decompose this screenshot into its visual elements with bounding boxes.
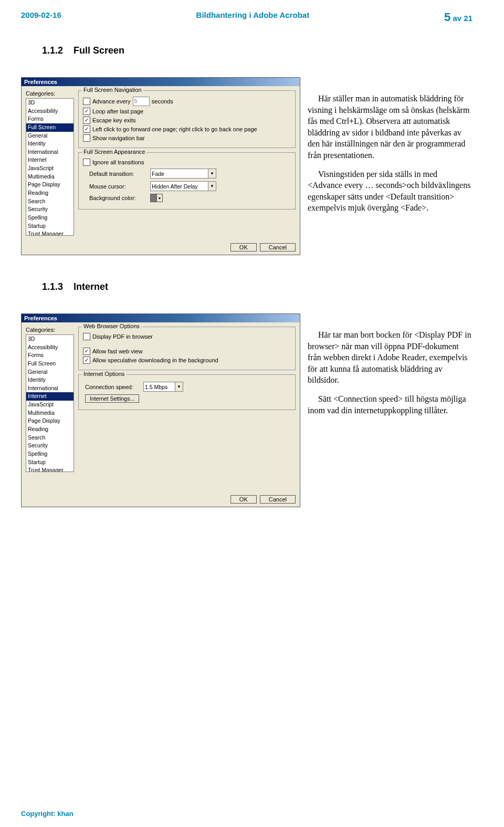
- category-item[interactable]: Trust Manager: [26, 230, 74, 236]
- cancel-button[interactable]: Cancel: [260, 243, 296, 252]
- category-item[interactable]: General: [26, 368, 74, 376]
- advance-seconds-input[interactable]: 5: [133, 97, 150, 106]
- fast-web-checkbox[interactable]: ✓: [83, 348, 90, 355]
- category-item[interactable]: Startup: [26, 458, 74, 467]
- category-item[interactable]: Spelling: [26, 214, 74, 222]
- category-item[interactable]: Spelling: [26, 450, 74, 458]
- preferences-dialog-internet: Preferences Categories: 3DAccessibilityF…: [21, 313, 300, 507]
- preferences-dialog-fullscreen: Preferences Categories: 3DAccessibilityF…: [21, 77, 300, 255]
- category-item[interactable]: Internet: [26, 156, 74, 164]
- categories-list[interactable]: 3DAccessibilityFormsFull ScreenGeneralId…: [26, 98, 74, 236]
- advance-every-checkbox[interactable]: [83, 98, 90, 105]
- leftclick-checkbox[interactable]: ✓: [83, 125, 90, 133]
- category-item[interactable]: Multimedia: [26, 409, 74, 417]
- ok-button[interactable]: OK: [230, 495, 257, 504]
- fullscreen-appearance-group: Full Screen Appearance Ignore all transi…: [78, 152, 296, 210]
- section-2-title: 1.1.3 Internet: [42, 281, 472, 292]
- escape-checkbox[interactable]: ✓: [83, 117, 90, 124]
- category-item[interactable]: International: [26, 148, 74, 156]
- internet-settings-button[interactable]: Internet Settings...: [85, 394, 139, 403]
- side-text-2: Här tar man bort bocken för <Display PDF…: [308, 313, 472, 423]
- chevron-down-icon: ▼: [175, 382, 183, 391]
- loop-checkbox[interactable]: ✓: [83, 108, 90, 115]
- header-date: 2009-02-16: [21, 11, 61, 24]
- category-item[interactable]: JavaScript: [26, 164, 74, 173]
- category-item[interactable]: Trust Manager: [26, 466, 74, 472]
- page-header: 2009-02-16 Bildhantering i Adobe Acrobat…: [21, 11, 472, 24]
- category-item[interactable]: Security: [26, 442, 74, 450]
- chevron-down-icon: ▼: [208, 169, 216, 178]
- category-item[interactable]: Identity: [26, 376, 74, 384]
- dialog-titlebar[interactable]: Preferences: [22, 78, 300, 86]
- category-item[interactable]: Search: [26, 197, 74, 206]
- category-item[interactable]: Page Display: [26, 181, 74, 189]
- category-item[interactable]: Startup: [26, 222, 74, 231]
- header-page: 5 av 21: [444, 11, 472, 24]
- category-item[interactable]: Full Screen: [26, 360, 74, 368]
- categories-label: Categories:: [26, 327, 74, 333]
- footer-copyright: Copyright: khan: [21, 810, 74, 818]
- category-item[interactable]: Forms: [26, 115, 74, 123]
- ignore-transitions-checkbox[interactable]: [83, 159, 90, 166]
- background-color-picker[interactable]: ▼: [150, 194, 163, 202]
- side-text-1: Här ställer man in automatisk bläddring …: [308, 77, 472, 221]
- display-pdf-checkbox[interactable]: [83, 333, 90, 340]
- chevron-down-icon: ▼: [208, 182, 216, 191]
- fullscreen-navigation-group: Full Screen Navigation Advance every 5 s…: [78, 90, 296, 148]
- category-item[interactable]: Full Screen: [26, 123, 74, 132]
- mouse-cursor-combo[interactable]: Hidden After Delay ▼: [150, 181, 216, 191]
- default-transition-combo[interactable]: Fade ▼: [150, 169, 216, 179]
- categories-list[interactable]: 3DAccessibilityFormsFull ScreenGeneralId…: [26, 334, 74, 472]
- web-browser-options-group: Web Browser Options Display PDF in brows…: [78, 327, 296, 370]
- category-item[interactable]: Identity: [26, 140, 74, 148]
- header-title: Bildhantering i Adobe Acrobat: [196, 11, 310, 24]
- dialog-titlebar[interactable]: Preferences: [22, 314, 300, 322]
- category-item[interactable]: Page Display: [26, 417, 74, 425]
- category-item[interactable]: Search: [26, 434, 74, 442]
- category-item[interactable]: Reading: [26, 425, 74, 434]
- section-1-title: 1.1.2 Full Screen: [42, 45, 472, 56]
- category-item[interactable]: Accessibility: [26, 343, 74, 352]
- category-item[interactable]: 3D: [26, 335, 74, 343]
- cancel-button[interactable]: Cancel: [260, 495, 296, 504]
- speculative-dl-checkbox[interactable]: ✓: [83, 357, 90, 364]
- connection-speed-combo[interactable]: 1.5 Mbps ▼: [143, 382, 183, 392]
- categories-label: Categories:: [26, 90, 74, 97]
- category-item[interactable]: Multimedia: [26, 173, 74, 181]
- shownav-checkbox[interactable]: [83, 134, 90, 142]
- category-item[interactable]: General: [26, 132, 74, 140]
- category-item[interactable]: Accessibility: [26, 107, 74, 116]
- category-item[interactable]: Security: [26, 205, 74, 214]
- category-item[interactable]: Reading: [26, 189, 74, 197]
- category-item[interactable]: International: [26, 384, 74, 393]
- internet-options-group: Internet Options Connection speed: 1.5 M…: [78, 374, 296, 410]
- category-item[interactable]: JavaScript: [26, 401, 74, 409]
- category-item[interactable]: 3D: [26, 99, 74, 107]
- category-item[interactable]: Internet: [26, 392, 74, 401]
- category-item[interactable]: Forms: [26, 351, 74, 360]
- ok-button[interactable]: OK: [230, 243, 257, 252]
